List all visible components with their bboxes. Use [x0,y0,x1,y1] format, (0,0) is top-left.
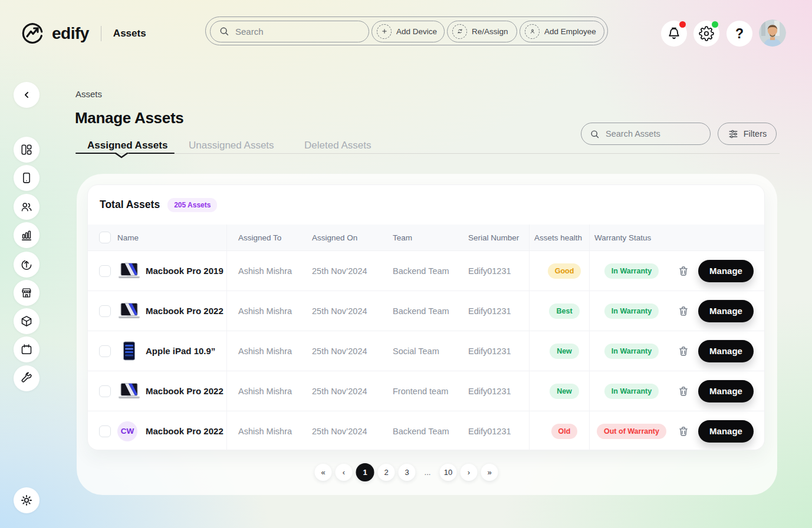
pagination-page-1[interactable]: 1 [356,463,374,481]
header-page-label: Assets [113,28,146,39]
team: Backend Team [393,427,468,436]
row-checkbox[interactable] [99,265,111,277]
filters-button[interactable]: Filters [718,123,777,145]
add-employee-button[interactable]: Add Employee [520,21,604,42]
active-tab-underline [75,153,116,154]
global-search-input[interactable] [235,27,353,37]
delete-icon[interactable] [669,345,698,357]
team: Backend Team [393,306,468,316]
table-title: Total Assets [100,199,160,211]
add-device-button[interactable]: Add Device [372,21,445,42]
pagination-page-2[interactable]: 2 [378,464,395,481]
health-badge: New [550,344,579,359]
pagination-prev[interactable]: ‹ [336,464,353,481]
reassign-button[interactable]: Re/Assign [447,21,517,42]
assigned-on: 25th Nov’2024 [312,427,393,436]
team: Frontend team [393,387,468,396]
package-icon [20,315,33,328]
person-icon [525,24,540,39]
sidebar-item-employees[interactable] [14,194,40,220]
assets-search-input[interactable] [606,129,700,138]
pagination: « ‹ 1 2 3 ... 10 › » [315,463,498,481]
manage-button[interactable]: Manage [698,340,754,362]
asset-name: Macbook Pro 2022 [146,386,238,396]
row-checkbox[interactable] [99,385,111,397]
pagination-last[interactable]: » [481,464,498,481]
table-row: Macbook Pro 2022 Ashish Mishra 25th Nov’… [88,371,764,411]
global-search[interactable] [210,21,369,42]
serial-number: Edify01231 [468,306,534,316]
upload-icon [20,258,33,271]
column-header-health: Assets health [534,233,594,242]
assigned-on: 25th Nov’2024 [312,346,393,356]
column-divider [589,225,590,450]
pagination-page-3[interactable]: 3 [399,464,416,481]
delete-icon[interactable] [669,385,698,397]
sidebar-item-dashboard[interactable] [14,137,40,163]
delete-icon[interactable] [669,305,698,317]
column-header-team: Team [393,233,468,242]
search-icon [218,25,230,37]
manage-button[interactable]: Manage [698,380,754,402]
settings-button[interactable] [693,21,719,47]
pagination-first[interactable]: « [315,464,332,481]
sun-icon [20,494,33,507]
tab-unassigned-assets[interactable]: Unassigned Assets [189,140,274,151]
tab-deleted-assets[interactable]: Deleted Assets [304,140,371,151]
tab-assigned-assets[interactable]: Assigned Assets [87,140,167,151]
user-avatar[interactable] [759,19,786,47]
health-badge: Old [551,424,578,439]
table-row: CW Macbook Pro 2022 Ashish Mishra 25th N… [88,411,764,450]
serial-number: Edify01231 [468,427,534,436]
pagination-next[interactable]: › [461,464,478,481]
bell-icon [666,26,682,41]
sidebar-item-tools[interactable] [14,365,40,391]
column-header-name: Name [117,233,238,242]
column-divider [226,225,227,450]
health-badge: Good [548,263,581,279]
sidebar-item-inventory[interactable] [14,308,40,334]
asset-name: Macbook Pro 2022 [146,306,238,316]
sidebar-item-store[interactable] [14,280,40,306]
manage-button[interactable]: Manage [698,420,754,443]
macbook-image [117,382,141,400]
assigned-to: Ashish Mishra [238,346,312,356]
manage-button[interactable]: Manage [698,300,754,322]
pagination-ellipsis: ... [419,464,436,481]
breadcrumb[interactable]: Assets [75,89,102,99]
tabs-divider [75,153,780,154]
table-title-row: Total Assets 205 Assets [88,185,764,225]
warranty-badge: In Warranty [604,303,659,319]
asset-name: Macbook Pro 2019 [146,266,238,276]
manage-button[interactable]: Manage [698,260,754,282]
theme-toggle-button[interactable] [14,487,40,513]
delete-icon[interactable] [669,425,698,437]
header-command-group: Add Device Re/Assign Add Employee [205,16,608,45]
warranty-badge: Out of Warranty [597,424,666,439]
select-all-checkbox[interactable] [99,232,111,243]
row-checkbox[interactable] [99,345,111,357]
filters-icon [728,128,739,140]
warranty-badge: In Warranty [604,344,659,359]
assets-search[interactable] [581,123,711,145]
pagination-page-10[interactable]: 10 [440,464,457,481]
sidebar-item-upload[interactable] [14,252,40,278]
assigned-on: 25th Nov’2024 [312,306,393,316]
app-window: edify Assets Add Device Re/Assign [0,0,812,528]
sidebar-item-reports[interactable] [14,222,40,248]
assets-count-badge: 205 Assets [167,198,217,212]
column-header-warranty: Warranty Status [594,233,669,242]
page-title: Manage Assets [75,109,183,127]
dashboard-icon [20,143,33,156]
sidebar-item-calendar[interactable] [14,336,40,362]
people-icon [20,200,33,213]
delete-icon[interactable] [669,265,698,277]
row-checkbox[interactable] [99,425,111,437]
sidebar-collapse-button[interactable] [14,82,40,108]
header-brand: edify Assets [21,22,146,45]
assigned-to: Ashish Mishra [238,306,312,316]
row-checkbox[interactable] [99,305,111,317]
sidebar-item-devices[interactable] [14,165,40,191]
notifications-button[interactable] [661,21,687,47]
help-button[interactable]: ? [726,21,752,47]
